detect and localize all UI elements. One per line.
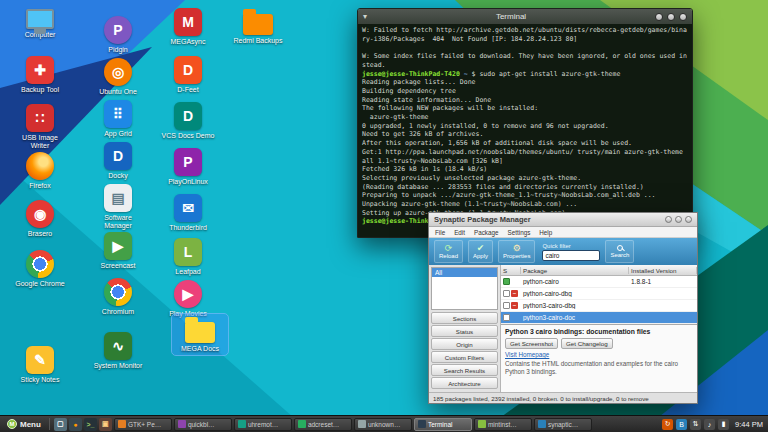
desktop-icon-redmi-backups[interactable]: Redmi Backups: [230, 6, 286, 47]
desktop-icon-app-grid[interactable]: ⠿App Grid: [90, 98, 146, 140]
visit-homepage-link[interactable]: Visit Homepage: [505, 351, 693, 358]
package-status-checkbox[interactable]: [503, 314, 510, 321]
window-button-quickbl[interactable]: quickbl…: [174, 418, 232, 431]
desktop-icon-usb-image-writer[interactable]: ∷USB Image Writer: [12, 102, 68, 152]
terminal-titlebar[interactable]: ▾ Terminal: [358, 9, 692, 24]
desktop-icon-backup-tool[interactable]: ✚Backup Tool: [12, 54, 68, 96]
usb-image-writer-icon: ∷: [26, 104, 54, 132]
menu-package[interactable]: Package: [474, 229, 499, 236]
network-icon[interactable]: ⇅: [690, 419, 701, 430]
sidebar-button-sections[interactable]: Sections: [431, 312, 498, 324]
category-item-all[interactable]: All: [432, 268, 497, 277]
desktop-icon-system-monitor[interactable]: ∿System Monitor: [90, 330, 146, 372]
window-button-adcreset[interactable]: adcreset…: [294, 418, 352, 431]
package-status-checkbox[interactable]: [503, 302, 510, 309]
synaptic-window[interactable]: Synaptic Package Manager FileEditPackage…: [428, 212, 698, 404]
get-changelog-button[interactable]: Get Changelog: [561, 338, 613, 349]
package-row-python-cairo[interactable]: python-cairo1.8.8-1: [501, 276, 697, 288]
synaptic-titlebar[interactable]: Synaptic Package Manager: [429, 213, 697, 227]
desktop-icon-computer[interactable]: Computer: [12, 4, 68, 41]
package-row-python-cairo-dbg[interactable]: –python-cairo-dbg: [501, 288, 697, 300]
menu-button[interactable]: M Menu: [2, 417, 46, 432]
bluetooth-icon[interactable]: B: [676, 419, 687, 430]
desktop-icon-screencast[interactable]: ▶Screencast: [90, 230, 146, 272]
synaptic-close-button[interactable]: [685, 216, 692, 223]
package-status-checkbox[interactable]: [503, 278, 510, 285]
volume-icon[interactable]: ♪: [704, 419, 715, 430]
synaptic-maximize-button[interactable]: [675, 216, 682, 223]
desktop-icon-pidgin[interactable]: PPidgin: [90, 14, 146, 56]
sidebar-button-origin[interactable]: Origin: [431, 338, 498, 350]
battery-icon[interactable]: ▮: [718, 419, 729, 430]
terminal-window-menu-icon[interactable]: ▾: [363, 12, 367, 21]
quick-filter-input[interactable]: [542, 250, 600, 261]
package-row-python3-cairo-doc[interactable]: python3-cairo-doc: [501, 312, 697, 324]
terminal-output[interactable]: W: Failed to fetch http://archive.getdeb…: [358, 24, 692, 238]
app-grid-icon: ⠿: [104, 100, 132, 128]
window-button-synaptic[interactable]: synaptic…: [534, 418, 592, 431]
column-header-installed-version[interactable]: Installed Version: [629, 267, 697, 274]
desktop-icon-megasync[interactable]: MMEGAsync: [160, 6, 216, 48]
desktop-icon-firefox[interactable]: Firefox: [12, 150, 68, 192]
desktop-icon-leafpad[interactable]: LLeafpad: [160, 236, 216, 278]
update-manager-icon[interactable]: ↻: [662, 419, 673, 430]
desktop-icon-label: Backup Tool: [12, 86, 68, 94]
window-button-gtk-pe[interactable]: GTK+ Pe…: [114, 418, 172, 431]
package-status-checkbox[interactable]: [503, 290, 510, 297]
gtk-pe-icon: [118, 420, 126, 428]
desktop-icon-thunderbird[interactable]: ✉Thunderbird: [160, 192, 216, 234]
package-row-python3-cairo-dbg[interactable]: –python3-cairo-dbg: [501, 300, 697, 312]
properties-button[interactable]: ⚙ Properties: [498, 240, 535, 263]
search-button[interactable]: Search: [605, 240, 634, 263]
synaptic-body: All SectionsStatusOriginCustom FiltersSe…: [429, 265, 697, 392]
terminal-close-button[interactable]: [679, 13, 687, 21]
reload-button[interactable]: ⟳ Reload: [434, 240, 463, 263]
firefox-launcher[interactable]: ●: [69, 418, 82, 431]
window-button-terminal[interactable]: Terminal: [414, 418, 472, 431]
desktop-icon-vcs-docs-demo[interactable]: DVCS Docs Demo: [160, 100, 216, 142]
sidebar-button-custom-filters[interactable]: Custom Filters: [431, 351, 498, 363]
sidebar-button-search-results[interactable]: Search Results: [431, 364, 498, 376]
category-list[interactable]: All: [431, 267, 498, 310]
terminal-line: azure-gtk-theme: [362, 113, 688, 122]
desktop-icon-playonlinux[interactable]: PPlayOnLinux: [160, 146, 216, 188]
sidebar-button-status[interactable]: Status: [431, 325, 498, 337]
desktop-icon-sticky-notes[interactable]: ✎Sticky Notes: [12, 344, 68, 386]
desktop-icon-label: Brasero: [12, 230, 68, 238]
google-chrome-icon: [26, 250, 54, 278]
clock[interactable]: 9:44 PM: [735, 420, 763, 429]
sidebar-button-architecture[interactable]: Architecture: [431, 377, 498, 389]
synaptic-minimize-button[interactable]: [665, 216, 672, 223]
terminal-launcher[interactable]: >_: [84, 418, 97, 431]
menu-label: Menu: [20, 420, 41, 429]
terminal-minimize-button[interactable]: [655, 13, 663, 21]
desktop-icon-mega-docs[interactable]: MEGA Docs: [172, 314, 228, 355]
window-button-mintinst[interactable]: mintinst…: [474, 418, 532, 431]
desktop-icon-label: VCS Docs Demo: [160, 132, 216, 140]
menu-settings[interactable]: Settings: [508, 229, 531, 236]
desktop-icon-software-manager[interactable]: ▤Software Manager: [90, 182, 146, 232]
desktop-icon-d-feet[interactable]: DD-Feet: [160, 54, 216, 96]
desktop-icon-chromium[interactable]: Chromium: [90, 276, 146, 318]
window-button-unknown[interactable]: unknown…: [354, 418, 412, 431]
files-launcher[interactable]: ▣: [99, 418, 112, 431]
window-button-uhremot[interactable]: uhremot…: [234, 418, 292, 431]
column-header-package[interactable]: Package: [521, 267, 629, 274]
synaptic-menubar: FileEditPackageSettingsHelp: [429, 227, 697, 238]
column-header-s[interactable]: S: [501, 267, 521, 274]
desktop-icon-docky[interactable]: DDocky: [90, 140, 146, 182]
apply-button[interactable]: ✔ Apply: [468, 240, 493, 263]
desktop-icon-ubuntu-one[interactable]: ◎Ubuntu One: [90, 56, 146, 98]
menu-edit[interactable]: Edit: [454, 229, 465, 236]
menu-file[interactable]: File: [435, 229, 445, 236]
menu-help[interactable]: Help: [539, 229, 552, 236]
get-screenshot-button[interactable]: Get Screenshot: [505, 338, 558, 349]
window-button-label: quickbl…: [188, 421, 215, 428]
desktop-icon-brasero[interactable]: ◉Brasero: [12, 198, 68, 240]
show-desktop-launcher[interactable]: ▢: [54, 418, 67, 431]
desktop-icon-google-chrome[interactable]: Google Chrome: [12, 248, 68, 290]
terminal-window[interactable]: ▾ Terminal W: Failed to fetch http://arc…: [357, 8, 693, 238]
terminal-maximize-button[interactable]: [667, 13, 675, 21]
package-name: python-cairo: [521, 278, 629, 285]
desktop-icon-label: Docky: [90, 172, 146, 180]
